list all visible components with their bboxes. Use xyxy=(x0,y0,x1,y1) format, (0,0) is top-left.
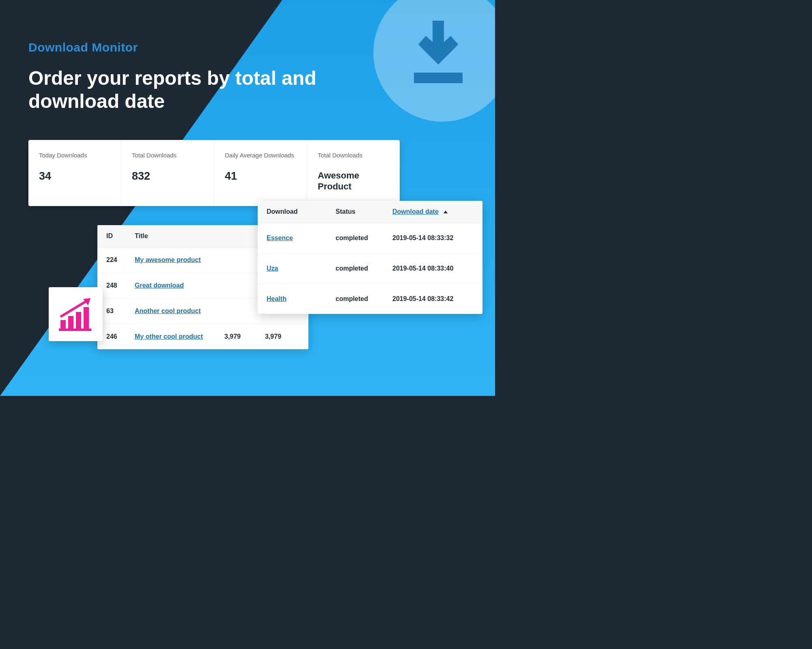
total-cell: 3,979 xyxy=(224,333,265,340)
table-row: 246 My other cool product 3,979 3,979 xyxy=(97,324,308,349)
id-cell: 246 xyxy=(106,333,135,340)
summary-label: Today Downloads xyxy=(39,151,110,159)
summary-value: 34 xyxy=(39,170,110,183)
summary-label: Total Downloads xyxy=(318,151,389,159)
title-link[interactable]: My awesome product xyxy=(135,256,201,263)
svg-marker-0 xyxy=(420,47,456,64)
table-row: Health completed 2019-05-14 08:33:42 xyxy=(258,284,482,314)
summary-value: 41 xyxy=(225,170,296,183)
col-id[interactable]: ID xyxy=(106,232,135,240)
col-download[interactable]: Download xyxy=(267,208,336,215)
svg-rect-4 xyxy=(76,312,81,330)
date-cell: 2019-05-14 08:33:42 xyxy=(392,295,474,303)
col-download-date-sort[interactable]: Download date xyxy=(392,208,474,215)
svg-rect-2 xyxy=(60,320,66,330)
title-link[interactable]: Great download xyxy=(135,282,184,289)
summary-today: Today Downloads 34 xyxy=(28,140,121,206)
id-cell: 63 xyxy=(106,307,135,315)
table-row: Uza completed 2019-05-14 08:33:40 xyxy=(258,254,482,284)
summary-value: 832 xyxy=(132,170,203,183)
status-cell: completed xyxy=(336,265,392,272)
download-link[interactable]: Essence xyxy=(267,234,293,241)
title-link[interactable]: My other cool product xyxy=(135,333,203,340)
col-title[interactable]: Title xyxy=(135,232,259,240)
summary-daily-avg: Daily Average Downloads 41 xyxy=(214,140,307,206)
summary-total: Total Downloads 832 xyxy=(121,140,214,206)
download-link[interactable]: Health xyxy=(267,295,286,302)
download-icon xyxy=(398,14,479,95)
sort-link[interactable]: Download date xyxy=(392,208,439,215)
summary-product-name: Awesome Product xyxy=(318,170,389,192)
sort-asc-icon xyxy=(444,211,448,213)
summary-label: Daily Average Downloads xyxy=(225,151,296,159)
id-cell: 248 xyxy=(106,282,135,289)
summary-label: Total Downloads xyxy=(132,151,203,159)
title-link[interactable]: Another cool product xyxy=(135,307,201,314)
status-cell: completed xyxy=(336,234,392,242)
table-row: Essence completed 2019-05-14 08:33:32 xyxy=(258,223,482,254)
svg-rect-1 xyxy=(414,73,463,83)
growth-chart-icon xyxy=(56,294,96,335)
summary-card: Today Downloads 34 Total Downloads 832 D… xyxy=(28,140,400,206)
page-heading: Order your reports by total and download… xyxy=(28,67,345,113)
date-cell: 2019-05-14 08:33:32 xyxy=(392,234,474,242)
status-cell: completed xyxy=(336,295,392,303)
downloads-by-date-table: Download Status Download date Essence co… xyxy=(258,201,482,314)
download-link[interactable]: Uza xyxy=(267,265,278,272)
growth-chart-card xyxy=(49,287,103,341)
date-cell: 2019-05-14 08:33:40 xyxy=(392,265,474,272)
svg-rect-3 xyxy=(68,316,73,330)
table-header-row: Download Status Download date xyxy=(258,201,482,223)
brand-title: Download Monitor xyxy=(28,41,138,54)
svg-rect-5 xyxy=(84,307,89,330)
summary-top-product: Total Downloads Awesome Product xyxy=(307,140,400,206)
col-status[interactable]: Status xyxy=(336,208,392,215)
extra-cell: 3,979 xyxy=(265,333,299,340)
id-cell: 224 xyxy=(106,256,135,264)
